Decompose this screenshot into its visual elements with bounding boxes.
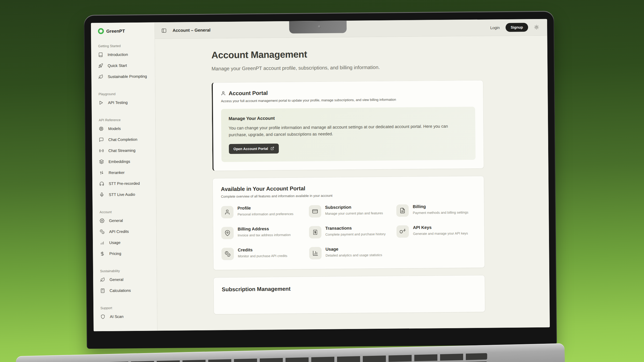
sidebar-item-api-credits[interactable]: API Credits — [100, 226, 153, 237]
sidebar-item-reranker[interactable]: Reranker — [99, 167, 153, 178]
feature-description: Generate and manage your API keys — [413, 231, 468, 236]
sidebar-item-label: Models — [108, 126, 121, 131]
sidebar-item-pricing[interactable]: Pricing — [100, 248, 154, 259]
feature-description: Manage your current plan and features — [325, 211, 383, 216]
calculator-icon — [100, 288, 105, 293]
gear-icon — [100, 218, 104, 223]
sidebar-item-label: Quick Start — [108, 63, 127, 68]
feature-title: Billing Address — [238, 226, 291, 232]
desktop-background: GreenPT Getting Started Introduction Qui… — [0, 0, 644, 362]
sidebar-item-label: Sustainable Prompting — [108, 74, 147, 79]
feature-item-transactions: Transactions Complete payment and purcha… — [309, 225, 389, 238]
sidebar-item-label: Reranker — [109, 170, 125, 175]
sidebar-item-stt-prerecorded[interactable]: STT Pre-recorded — [99, 178, 153, 189]
sidebar-item-label: Calculations — [110, 288, 131, 293]
card-title: Subscription Management — [222, 284, 477, 293]
features-grid: Profile Personal information and prefere… — [221, 204, 477, 260]
bar-chart-icon — [100, 240, 105, 245]
keyboard-row — [79, 353, 487, 362]
laptop-lid: GreenPT Getting Started Introduction Qui… — [84, 11, 557, 349]
microphone-icon — [99, 192, 104, 197]
sidebar-item-sustainable-prompting[interactable]: Sustainable Prompting — [98, 71, 152, 82]
headphones-icon — [99, 181, 104, 186]
sidebar-item-label: Chat Completion — [108, 137, 137, 142]
leaf-icon — [100, 277, 105, 282]
feature-title: Profile — [237, 205, 294, 210]
sidebar-item-account-general[interactable]: General — [100, 215, 153, 226]
sidebar-section-label: Support — [100, 306, 154, 310]
sidebar-item-label: Embeddings — [108, 159, 130, 164]
feature-description: Monitor and purchase API credits — [238, 253, 287, 259]
feature-description: Invoice and tax address information — [238, 232, 291, 238]
sidebar-section-api-reference: API Reference Models Chat Completion Cha… — [99, 118, 153, 200]
shield-icon — [100, 314, 105, 319]
sidebar-section-support: Support AI Scan — [100, 306, 155, 322]
sidebar-section-label: API Reference — [99, 118, 153, 122]
sidebar-item-label: General — [109, 218, 123, 223]
brand-logo-icon — [98, 28, 104, 34]
features-card: Available in Your Account Portal Complet… — [213, 176, 485, 270]
login-link[interactable]: Login — [490, 25, 500, 30]
sidebar-section-account: Account General API Credits Usage — [100, 210, 154, 259]
feature-item-api-keys: API Keys Generate and manage your API ke… — [397, 225, 476, 238]
sidebar-item-label: API Credits — [109, 229, 129, 234]
sidebar-item-ai-scan[interactable]: AI Scan — [100, 311, 154, 322]
external-link-icon — [270, 147, 274, 150]
feature-item-credits: Credits Monitor and purchase API credits — [221, 247, 301, 260]
sidebar-section-label: Getting Started — [98, 44, 152, 48]
sidebar-item-embeddings[interactable]: Embeddings — [99, 156, 153, 167]
feature-description: Complete payment and purchase history — [325, 231, 386, 237]
chat-bubble-icon — [99, 137, 104, 142]
card-title: Account Portal — [229, 90, 268, 97]
feature-description: Detailed analytics and usage statistics — [325, 253, 382, 258]
page-breadcrumb: Account – General — [173, 28, 211, 33]
feature-item-profile: Profile Personal information and prefere… — [221, 205, 301, 218]
webcam-dot — [318, 25, 321, 28]
sidebar-item-stt-live-audio[interactable]: STT Live Audio — [99, 189, 153, 200]
brand-logo[interactable]: GreenPT — [98, 28, 152, 34]
theme-sun-icon[interactable] — [534, 25, 539, 30]
sidebar-section-sustainability: Sustainability General Calculations — [100, 269, 154, 296]
sidebar-item-introduction[interactable]: Introduction — [98, 49, 152, 60]
sidebar-item-models[interactable]: Models — [99, 123, 153, 134]
sidebar-item-label: General — [109, 277, 123, 282]
sidebar-item-label: STT Live Audio — [109, 192, 135, 197]
user-icon — [221, 206, 233, 218]
sidebar-item-calculations[interactable]: Calculations — [100, 285, 154, 296]
card-description: Access your full account management port… — [221, 97, 475, 103]
button-label: Open Account Portal — [233, 146, 268, 151]
leaf-icon — [98, 74, 103, 79]
receipt-icon — [309, 226, 321, 238]
feature-title: Usage — [325, 246, 382, 252]
open-account-portal-button[interactable]: Open Account Portal — [229, 143, 279, 154]
sidebar-toggle-icon[interactable] — [161, 28, 167, 33]
sidebar-item-api-testing[interactable]: API Testing — [98, 97, 152, 108]
chart-column-icon — [309, 247, 321, 259]
feature-item-subscription: Subscription Manage your current plan an… — [309, 204, 388, 217]
sidebar-item-chat-streaming[interactable]: Chat Streaming — [99, 145, 153, 156]
credit-card-icon — [309, 205, 321, 217]
feature-item-usage: Usage Detailed analytics and usage stati… — [309, 246, 389, 259]
user-icon — [221, 91, 226, 96]
feature-item-billing: Billing Payment methods and billing sett… — [396, 204, 476, 217]
feature-title: Subscription — [325, 205, 383, 210]
sidebar-item-quick-start[interactable]: Quick Start — [98, 60, 152, 71]
sidebar: GreenPT Getting Started Introduction Qui… — [91, 22, 158, 331]
sidebar-item-label: Chat Streaming — [108, 148, 136, 153]
sidebar-item-label: API Testing — [108, 100, 127, 105]
coins-icon — [221, 248, 234, 260]
rocket-icon — [98, 63, 103, 68]
coins-icon — [100, 229, 105, 234]
dollar-icon — [100, 251, 105, 256]
document-icon — [396, 204, 409, 217]
sidebar-section-label: Account — [100, 210, 153, 214]
signup-button[interactable]: Signup — [506, 23, 528, 32]
sidebar-item-sustainability-general[interactable]: General — [100, 274, 154, 285]
sidebar-item-usage[interactable]: Usage — [100, 237, 154, 248]
sidebar-section-playground: Playground API Testing — [98, 92, 153, 108]
box-title: Manage Your Account — [229, 114, 468, 121]
keyboard — [79, 353, 487, 362]
sidebar-section-label: Playground — [98, 92, 152, 96]
sidebar-item-chat-completion[interactable]: Chat Completion — [99, 134, 153, 145]
brand-name: GreenPT — [106, 28, 125, 34]
